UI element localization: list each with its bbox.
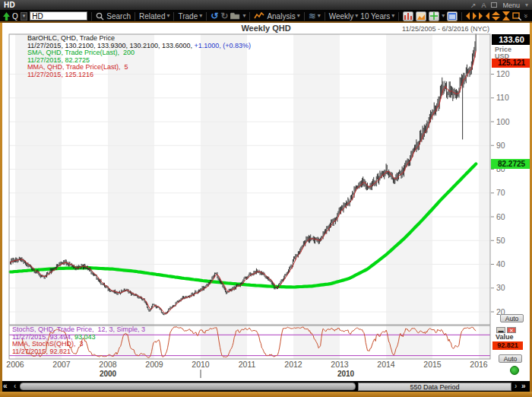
folder-icon[interactable] (230, 12, 240, 20)
svg-text:70: 70 (496, 188, 505, 197)
scrollbar-thumb[interactable] (20, 383, 356, 390)
svg-text:2010: 2010 (192, 360, 210, 369)
svg-text:100: 100 (496, 117, 510, 126)
waves-dropdown[interactable]: ≋▾ (309, 11, 321, 21)
svg-text:2007: 2007 (52, 360, 71, 369)
stoch-legend: StochS, QHD, Trade Price, 12, 3, Simple,… (12, 326, 145, 355)
axis-settings-button[interactable] (429, 11, 439, 21)
svg-text:110: 110 (496, 93, 509, 102)
title-bar: HD ↗ A Menu ▾ (0, 0, 532, 10)
mma-price-badge: 125.121 (492, 59, 531, 68)
svg-text:2014: 2014 (377, 360, 395, 369)
window-layout-button[interactable] (447, 11, 458, 21)
data-period-button[interactable]: 550 Data Period (358, 383, 511, 391)
svg-text:2012: 2012 (284, 360, 302, 369)
font-size-icon[interactable]: A (481, 2, 486, 9)
svg-text:2008: 2008 (99, 360, 117, 369)
svg-text:40: 40 (496, 259, 505, 268)
chart-image-button[interactable] (416, 11, 426, 21)
scroll-right-button[interactable]: › (515, 381, 517, 392)
last-price-badge: 133.60 (492, 34, 531, 45)
frame-bottom-edge (0, 392, 532, 397)
undo-icon[interactable]: ↺ (211, 11, 218, 21)
sma-price-badge: 82.2725 (491, 159, 532, 169)
quote-up-arrow-icon (3, 12, 10, 21)
overflow-chevron-icon[interactable]: » (522, 14, 530, 17)
svg-text:2006: 2006 (6, 360, 24, 369)
svg-text:90: 90 (496, 141, 505, 150)
symbol-input[interactable] (30, 11, 87, 21)
svg-text:120: 120 (496, 69, 510, 78)
legend-mma-value: 11/27/2015, 125.1216 (27, 71, 251, 79)
svg-text:2010: 2010 (337, 370, 355, 378)
stoch-minimize-button[interactable]: ▬ (496, 327, 505, 333)
popout-icon[interactable]: ↗ (470, 2, 477, 9)
range-dropdown[interactable]: 10 Years▾ (360, 12, 394, 21)
legend-stoch-mma-value: 11/27/2015, 92.821 (12, 348, 145, 356)
search-button[interactable]: Search (106, 12, 131, 21)
main-toolbar: Q ▾ Search Related▾ Trade▾ ↺ ↻ ▾ Analysi… (0, 10, 532, 22)
compress-horizontal-icon[interactable] (479, 12, 489, 20)
folder-dropdown-icon[interactable]: ▾ (242, 13, 245, 19)
svg-text:2000: 2000 (100, 370, 117, 378)
analysis-dropdown[interactable]: Analysis▾ (267, 12, 299, 21)
menu-caret-icon: ▾ (525, 2, 528, 8)
app-window: HD ↗ A Menu ▾ Q ▾ Search Related▾ Trade▾… (0, 0, 532, 397)
quote-type-label: Q (12, 12, 18, 21)
hourglass-icon[interactable] (502, 11, 510, 21)
svg-text:60: 60 (496, 212, 505, 221)
trade-dropdown[interactable]: Trade▾ (178, 12, 202, 21)
window-icon[interactable] (491, 2, 497, 8)
svg-text:2013: 2013 (331, 360, 349, 369)
scroll-left-button[interactable]: ‹ (14, 381, 16, 392)
analysis-zigzag-icon (254, 12, 264, 20)
related-dropdown[interactable]: Related▾ (139, 12, 169, 21)
legend-change-value: +1.1000, (+0.83%) (195, 42, 252, 49)
connection-status-dot (510, 366, 519, 375)
svg-text:50: 50 (496, 236, 505, 245)
waves-icon: ≋ (309, 11, 316, 21)
chart-scrollbar: « ‹ 550 Data Period › » (0, 381, 532, 392)
svg-text:2009: 2009 (145, 360, 163, 369)
frame-top-edge (0, 21, 532, 23)
price-axis-auto-button[interactable]: Auto (500, 314, 524, 322)
svg-text:2011: 2011 (239, 360, 256, 369)
legend-stoch-d-value: 93.043 (74, 333, 96, 341)
expand-vertical-icon[interactable] (492, 11, 500, 21)
window-title: HD (4, 1, 15, 9)
svg-text:30: 30 (496, 283, 505, 292)
period-dropdown[interactable]: Weekly▾ (329, 12, 359, 21)
stoch-close-button[interactable]: ✕ (507, 327, 516, 333)
redo-icon[interactable]: ↻ (220, 11, 228, 21)
chart-panel: Weekly QHD 11/25/2005 - 6/3/2016 (NYC) 1… (0, 23, 532, 381)
menu-button[interactable]: Menu (502, 2, 520, 9)
chart-style-button[interactable] (403, 11, 413, 21)
search-icon (96, 12, 104, 21)
svg-text:2016: 2016 (470, 360, 488, 369)
scroll-right-fast-button[interactable]: » (521, 381, 526, 392)
svg-text:2015: 2015 (423, 360, 442, 369)
scroll-left-fast-button[interactable]: « (3, 381, 8, 392)
main-legend: BarOHLC, QHD, Trade Price 11/27/2015, 13… (27, 35, 251, 79)
frame-left-edge (0, 23, 2, 392)
expand-horizontal-icon[interactable] (466, 12, 477, 20)
stoch-axis-auto-button[interactable]: Auto (499, 354, 522, 363)
axis-dropdown-icon[interactable]: ▾ (442, 13, 445, 19)
symbol-dropdown[interactable]: ▾ (21, 12, 28, 21)
zoom-box-icon[interactable] (512, 12, 521, 21)
stoch-value-badge: 92.821 (492, 341, 523, 350)
stoch-axis-value-label: Value (496, 333, 514, 341)
